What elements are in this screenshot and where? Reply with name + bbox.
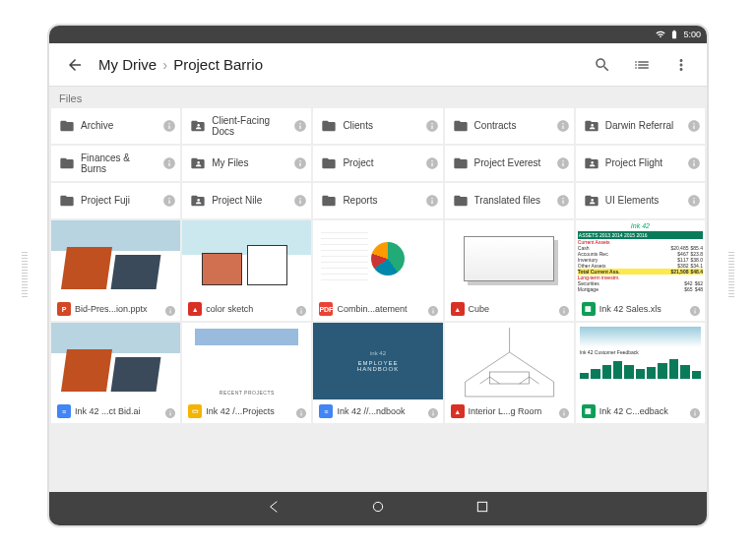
file-card[interactable]: PBid-Pres...ion.pptx [51,220,180,321]
file-card[interactable]: ▲Interior L...g Room [445,323,574,423]
folder-icon [321,193,337,209]
info-button[interactable] [556,119,570,133]
svg-rect-2 [477,502,486,511]
folder-name: Project [343,157,418,169]
file-card[interactable]: Ink 42 Customer Feedback▦Ink 42 C...edba… [576,323,705,423]
speaker-grille [22,252,28,299]
info-button[interactable] [293,119,307,133]
info-button[interactable] [293,156,307,170]
file-card[interactable]: PDFCombin...atement [313,220,442,321]
screen: 5:00 My Drive › Project Barrio File [47,24,709,527]
info-button[interactable] [162,194,176,208]
info-button[interactable] [558,405,570,417]
nav-recent-icon [474,499,490,515]
file-card[interactable]: ≡Ink 42 ...ct Bid.ai [51,323,180,423]
breadcrumb-root[interactable]: My Drive [98,56,157,73]
file-meta: PBid-Pres...ion.pptx [51,297,180,321]
folder-card[interactable]: Archive [51,108,180,144]
folder-name: Project Fuji [81,195,157,207]
folder-icon [453,155,469,171]
folder-card[interactable]: Project [313,146,442,181]
info-button[interactable] [687,156,701,170]
search-button[interactable] [587,43,618,87]
folder-name: Darwin Referral [605,120,681,132]
folder-card[interactable]: Darwin Referral [576,108,705,144]
list-icon [633,56,651,74]
folder-card[interactable]: Client-Facing Docs [182,108,311,144]
more-vert-icon [672,56,690,74]
file-name: Bid-Pres...ion.pptx [75,304,160,314]
info-button[interactable] [164,405,176,417]
info-button[interactable] [687,194,701,208]
folder-card[interactable]: Project Everest [445,146,574,181]
more-button[interactable] [665,43,697,87]
info-button[interactable] [689,303,701,315]
info-button[interactable] [558,303,570,315]
view-list-button[interactable] [626,43,658,87]
file-card[interactable]: ▲color sketch [182,220,311,321]
chevron-right-icon: › [162,56,167,73]
info-button[interactable] [162,119,176,133]
info-button[interactable] [295,405,307,417]
info-button[interactable] [164,303,176,315]
nav-home-button[interactable] [370,499,386,519]
file-card[interactable]: ▲Cube [445,220,574,321]
folder-icon [59,118,75,134]
nav-recent-button[interactable] [474,499,490,519]
folder-icon [59,155,75,171]
file-meta: ▲Cube [445,297,574,321]
content-area: Files ArchiveClient-Facing DocsClientsCo… [49,87,707,492]
folder-card[interactable]: Project Nile [182,183,311,218]
file-thumbnail [445,323,574,399]
section-label: Files [49,87,707,108]
info-button[interactable] [293,194,307,208]
folder-card[interactable]: UI Elements [576,183,705,218]
svg-rect-0 [489,372,529,384]
folder-card[interactable]: Translated files [445,183,574,218]
info-button[interactable] [687,119,701,133]
file-card[interactable]: ink 42EMPLOYEEHANDBOOK≡Ink 42 //...ndboo… [313,323,442,423]
folder-name: UI Elements [605,195,681,207]
info-button[interactable] [556,156,570,170]
folder-name: Translated files [474,195,550,207]
nav-back-button[interactable] [266,499,282,519]
info-button[interactable] [556,194,570,208]
status-bar: 5:00 [49,26,707,43]
info-button[interactable] [425,194,439,208]
svg-point-1 [373,502,382,511]
file-card[interactable]: Ink 42ASSETS 2013 2014 2015 2016Current … [576,220,705,321]
folder-name: My Files [212,157,287,169]
folder-name: Reports [343,195,418,207]
breadcrumb-current: Project Barrio [173,56,263,73]
file-card[interactable]: ▭Ink 42 /...Projects [182,323,311,423]
folder-card[interactable]: My Files [182,146,311,181]
folder-card[interactable]: Clients [313,108,442,144]
file-type-icon: PDF [319,302,333,316]
file-meta: ▦Ink 42 C...edback [576,399,705,423]
info-button[interactable] [427,303,439,315]
folder-name: Client-Facing Docs [212,115,287,138]
file-name: Ink 42 //...ndbook [337,406,422,416]
folder-card[interactable]: Contracts [445,108,574,144]
file-name: Interior L...g Room [469,406,554,416]
folder-card[interactable]: Finances & Burns [51,146,180,181]
info-button[interactable] [295,303,307,315]
app-toolbar: My Drive › Project Barrio [49,43,707,87]
info-button[interactable] [689,405,701,417]
info-button[interactable] [162,156,176,170]
folder-card[interactable]: Reports [313,183,442,218]
info-button[interactable] [425,119,439,133]
info-button[interactable] [427,405,439,417]
folder-name: Clients [343,120,418,132]
folder-name: Project Flight [605,157,681,169]
info-button[interactable] [425,156,439,170]
back-button[interactable] [59,43,91,87]
folder-name: Project Nile [212,195,287,207]
file-type-icon: ▲ [451,302,465,316]
nav-home-icon [370,499,386,515]
file-type-icon: ▦ [582,404,596,418]
folder-card[interactable]: Project Flight [576,146,705,181]
folder-shared-icon [584,155,599,171]
search-icon [594,56,611,74]
folder-card[interactable]: Project Fuji [51,183,180,218]
